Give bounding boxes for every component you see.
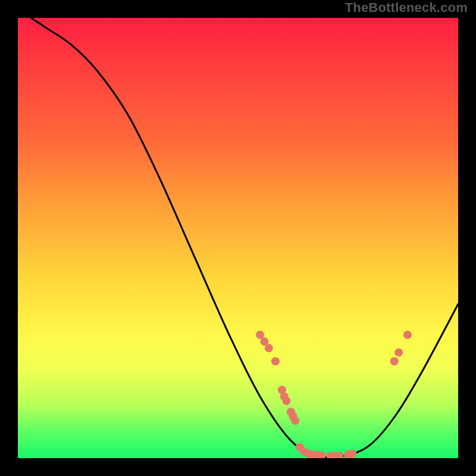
data-marker <box>282 397 290 405</box>
data-markers <box>256 331 412 458</box>
data-marker <box>348 450 356 458</box>
data-marker <box>291 416 299 425</box>
data-marker <box>265 344 273 352</box>
data-marker <box>390 357 399 365</box>
bottleneck-curve <box>31 18 458 458</box>
data-marker <box>271 357 280 365</box>
data-marker <box>394 348 403 356</box>
chart-svg <box>18 18 458 458</box>
chart-stage: TheBottleneck.com <box>0 0 476 476</box>
plot-area <box>18 18 458 458</box>
data-marker <box>403 331 412 339</box>
watermark-text: TheBottleneck.com <box>345 0 468 15</box>
